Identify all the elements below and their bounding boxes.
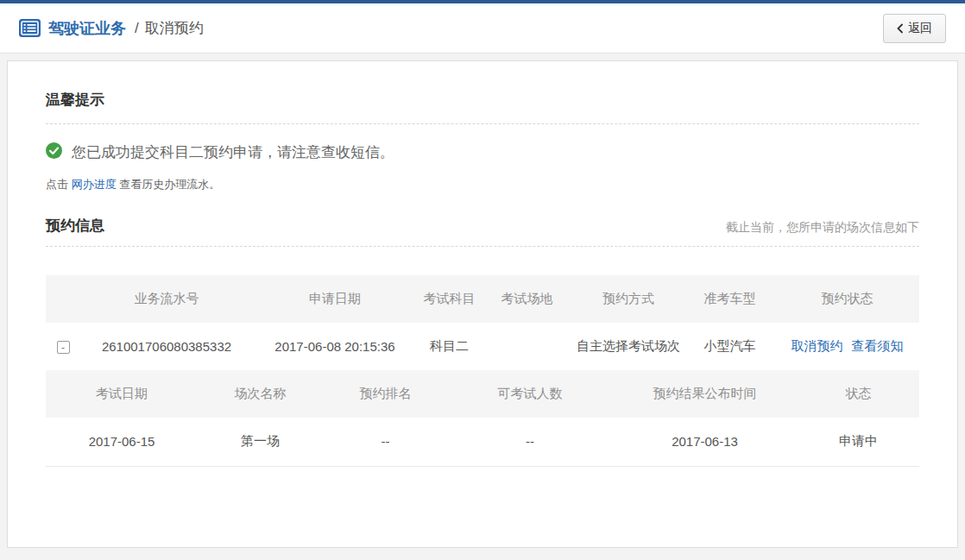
session-col-session-name: 场次名称 [198,370,323,418]
serial-cell: 261001706080385332 [80,323,253,370]
capacity-cell: -- [448,418,612,466]
booking-col-method: 预约方式 [572,275,684,323]
page-header: 驾驶证业务 / 取消预约 返回 [0,3,965,53]
appointment-section-header: 预约信息 截止当前，您所申请的场次信息如下 [46,216,919,247]
breadcrumb-separator: / [135,20,139,37]
booking-row: - 261001706080385332 2017-06-08 20:15:36… [46,323,919,370]
booking-table: 业务流水号 申请日期 考试科目 考试场地 预约方式 准考车型 预约状态 - 26… [46,275,919,370]
back-button-label: 返回 [908,21,932,36]
view-notice-link[interactable]: 查看须知 [852,338,904,353]
venue-cell [482,323,572,370]
progress-hint-suffix: 查看历史办理流水。 [117,178,221,191]
session-header-row: 考试日期 场次名称 预约排名 可考试人数 预约结果公布时间 状态 [46,370,919,418]
session-table: 考试日期 场次名称 预约排名 可考试人数 预约结果公布时间 状态 2017-06… [46,370,919,467]
progress-hint-prefix: 点击 [46,178,72,191]
success-row: 您已成功提交科目二预约申请，请注意查收短信。 [46,142,919,162]
breadcrumb: 驾驶证业务 / 取消预约 [19,18,204,39]
booking-header-row: 业务流水号 申请日期 考试科目 考试场地 预约方式 准考车型 预约状态 [46,275,919,323]
content-panel: 温馨提示 您已成功提交科目二预约申请，请注意查收短信。 点击 网办进度 查看历史… [7,60,958,548]
actions-cell: 取消预约查看须知 [775,323,919,370]
booking-col-vehicle: 准考车型 [684,275,775,323]
booking-col-serial: 业务流水号 [80,275,253,323]
page-title: 驾驶证业务 [48,18,126,39]
session-col-result-time: 预约结果公布时间 [612,370,798,418]
booking-col-apply-date: 申请日期 [253,275,417,323]
tips-section-header: 温馨提示 [46,61,919,124]
chevron-left-icon [897,23,904,34]
progress-hint: 点击 网办进度 查看历史办理流水。 [46,177,919,192]
success-check-icon [46,142,62,162]
success-message: 您已成功提交科目二预约申请，请注意查收短信。 [72,142,394,162]
booking-col-expander [46,275,80,323]
method-cell: 自主选择考试场次 [572,323,684,370]
session-name-cell: 第一场 [198,418,323,466]
appointment-note: 截止当前，您所申请的场次信息如下 [726,220,919,236]
collapse-toggle-icon[interactable]: - [57,341,70,354]
tips-heading: 温馨提示 [46,91,104,108]
appointment-heading: 预约信息 [46,216,104,236]
page-subtitle: 取消预约 [145,18,204,38]
apply-date-cell: 2017-06-08 20:15:36 [253,323,417,370]
booking-col-venue: 考试场地 [482,275,572,323]
status-cell: 申请中 [798,418,919,466]
back-button[interactable]: 返回 [883,14,946,43]
result-time-cell: 2017-06-13 [612,418,798,466]
session-col-capacity: 可考试人数 [448,370,612,418]
session-col-status: 状态 [798,370,919,418]
session-col-rank: 预约排名 [323,370,448,418]
progress-link[interactable]: 网办进度 [72,178,117,191]
session-col-exam-date: 考试日期 [46,370,198,418]
exam-date-cell: 2017-06-15 [46,418,198,466]
rank-cell: -- [323,418,448,466]
session-row: 2017-06-15 第一场 -- -- 2017-06-13 申请中 [46,418,919,466]
booking-col-status: 预约状态 [775,275,919,323]
cancel-booking-link[interactable]: 取消预约 [792,338,843,353]
booking-col-subject: 考试科目 [417,275,482,323]
list-icon [19,19,41,37]
subject-cell: 科目二 [417,323,482,370]
vehicle-cell: 小型汽车 [684,323,775,370]
expander-cell: - [46,323,80,370]
